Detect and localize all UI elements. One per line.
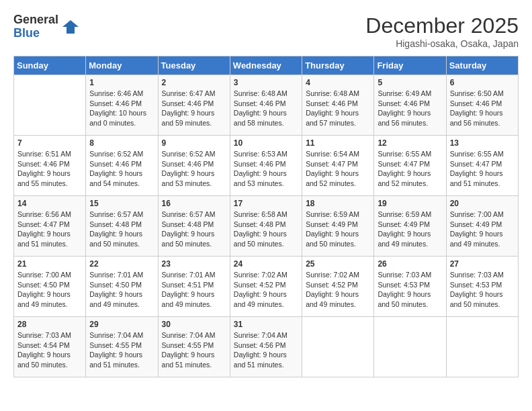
day-info: Sunrise: 7:00 AMSunset: 4:50 PMDaylight:…	[17, 270, 82, 310]
svg-marker-0	[62, 20, 79, 34]
calendar-cell: 14Sunrise: 6:56 AMSunset: 4:47 PMDayligh…	[14, 196, 86, 257]
calendar-cell: 21Sunrise: 7:00 AMSunset: 4:50 PMDayligh…	[14, 257, 86, 317]
day-info: Sunrise: 6:59 AMSunset: 4:49 PMDaylight:…	[378, 210, 442, 249]
calendar-cell: 3Sunrise: 6:48 AMSunset: 4:46 PMDaylight…	[230, 75, 302, 136]
day-info: Sunrise: 6:58 AMSunset: 4:48 PMDaylight:…	[234, 210, 298, 249]
day-number: 23	[162, 259, 226, 269]
day-number: 7	[17, 138, 82, 148]
day-info: Sunrise: 7:03 AMSunset: 4:53 PMDaylight:…	[378, 270, 442, 310]
logo-blue: Blue	[13, 27, 58, 40]
header-row: SundayMondayTuesdayWednesdayThursdayFrid…	[14, 56, 519, 75]
calendar-cell: 29Sunrise: 7:04 AMSunset: 4:55 PMDayligh…	[86, 317, 158, 377]
header-thursday: Thursday	[302, 56, 374, 75]
day-info: Sunrise: 7:04 AMSunset: 4:56 PMDaylight:…	[234, 330, 298, 370]
day-number: 8	[89, 138, 154, 148]
title-block: December 2025 Higashi-osaka, Osaka, Japa…	[365, 13, 519, 49]
day-info: Sunrise: 6:49 AMSunset: 4:46 PMDaylight:…	[378, 89, 442, 128]
logo-general: General	[13, 13, 58, 27]
day-number: 17	[234, 199, 298, 208]
day-info: Sunrise: 6:51 AMSunset: 4:46 PMDaylight:…	[17, 149, 82, 189]
calendar-cell: 9Sunrise: 6:52 AMSunset: 4:46 PMDaylight…	[158, 136, 230, 196]
calendar-cell: 2Sunrise: 6:47 AMSunset: 4:46 PMDaylight…	[158, 75, 230, 136]
calendar-cell	[302, 317, 374, 377]
calendar-cell: 7Sunrise: 6:51 AMSunset: 4:46 PMDaylight…	[14, 136, 86, 196]
calendar-cell	[446, 317, 518, 377]
calendar-cell: 23Sunrise: 7:01 AMSunset: 4:51 PMDayligh…	[158, 257, 230, 317]
day-number: 9	[162, 138, 226, 148]
day-info: Sunrise: 7:02 AMSunset: 4:52 PMDaylight:…	[306, 270, 370, 310]
week-row-5: 28Sunrise: 7:03 AMSunset: 4:54 PMDayligh…	[14, 317, 519, 377]
calendar-cell: 24Sunrise: 7:02 AMSunset: 4:52 PMDayligh…	[230, 257, 302, 317]
calendar-cell: 6Sunrise: 6:50 AMSunset: 4:46 PMDaylight…	[446, 75, 518, 136]
day-number: 3	[234, 78, 298, 87]
header-saturday: Saturday	[446, 56, 518, 75]
day-info: Sunrise: 7:04 AMSunset: 4:55 PMDaylight:…	[162, 330, 226, 370]
calendar-cell: 11Sunrise: 6:54 AMSunset: 4:47 PMDayligh…	[302, 136, 374, 196]
day-number: 29	[89, 320, 154, 329]
day-info: Sunrise: 6:52 AMSunset: 4:46 PMDaylight:…	[89, 149, 154, 189]
day-number: 12	[378, 138, 442, 148]
day-number: 30	[162, 320, 226, 329]
day-info: Sunrise: 7:03 AMSunset: 4:53 PMDaylight:…	[450, 270, 515, 310]
logo: General Blue	[13, 13, 80, 40]
day-info: Sunrise: 6:53 AMSunset: 4:46 PMDaylight:…	[234, 149, 298, 189]
day-info: Sunrise: 7:01 AMSunset: 4:50 PMDaylight:…	[89, 270, 154, 310]
day-number: 25	[306, 259, 370, 269]
day-info: Sunrise: 6:50 AMSunset: 4:46 PMDaylight:…	[450, 89, 515, 128]
calendar-cell: 5Sunrise: 6:49 AMSunset: 4:46 PMDaylight…	[374, 75, 446, 136]
day-number: 16	[162, 199, 226, 208]
calendar-cell: 4Sunrise: 6:48 AMSunset: 4:46 PMDaylight…	[302, 75, 374, 136]
calendar-cell: 13Sunrise: 6:55 AMSunset: 4:47 PMDayligh…	[446, 136, 518, 196]
calendar-cell: 26Sunrise: 7:03 AMSunset: 4:53 PMDayligh…	[374, 257, 446, 317]
calendar-cell: 17Sunrise: 6:58 AMSunset: 4:48 PMDayligh…	[230, 196, 302, 257]
day-number: 31	[234, 320, 298, 329]
calendar-cell: 30Sunrise: 7:04 AMSunset: 4:55 PMDayligh…	[158, 317, 230, 377]
calendar-cell	[374, 317, 446, 377]
day-info: Sunrise: 6:46 AMSunset: 4:46 PMDaylight:…	[89, 89, 154, 128]
day-info: Sunrise: 6:55 AMSunset: 4:47 PMDaylight:…	[450, 149, 515, 189]
calendar-table: SundayMondayTuesdayWednesdayThursdayFrid…	[13, 56, 519, 377]
day-number: 26	[378, 259, 442, 269]
day-number: 19	[378, 199, 442, 208]
day-number: 5	[378, 78, 442, 87]
week-row-1: 1Sunrise: 6:46 AMSunset: 4:46 PMDaylight…	[14, 75, 519, 136]
day-info: Sunrise: 6:48 AMSunset: 4:46 PMDaylight:…	[306, 89, 370, 128]
logo-icon	[61, 17, 80, 36]
day-info: Sunrise: 6:59 AMSunset: 4:49 PMDaylight:…	[306, 210, 370, 249]
day-number: 27	[450, 259, 515, 269]
calendar-cell: 22Sunrise: 7:01 AMSunset: 4:50 PMDayligh…	[86, 257, 158, 317]
header-sunday: Sunday	[14, 56, 86, 75]
day-number: 24	[234, 259, 298, 269]
calendar-cell: 28Sunrise: 7:03 AMSunset: 4:54 PMDayligh…	[14, 317, 86, 377]
day-number: 15	[89, 199, 154, 208]
week-row-3: 14Sunrise: 6:56 AMSunset: 4:47 PMDayligh…	[14, 196, 519, 257]
day-info: Sunrise: 6:54 AMSunset: 4:47 PMDaylight:…	[306, 149, 370, 189]
calendar-cell: 8Sunrise: 6:52 AMSunset: 4:46 PMDaylight…	[86, 136, 158, 196]
day-info: Sunrise: 6:47 AMSunset: 4:46 PMDaylight:…	[162, 89, 226, 128]
calendar-cell: 20Sunrise: 7:00 AMSunset: 4:49 PMDayligh…	[446, 196, 518, 257]
day-info: Sunrise: 6:55 AMSunset: 4:47 PMDaylight:…	[378, 149, 442, 189]
day-number: 18	[306, 199, 370, 208]
calendar-cell: 18Sunrise: 6:59 AMSunset: 4:49 PMDayligh…	[302, 196, 374, 257]
page-header: General Blue December 2025 Higashi-osaka…	[13, 13, 519, 49]
calendar-cell: 1Sunrise: 6:46 AMSunset: 4:46 PMDaylight…	[86, 75, 158, 136]
day-number: 28	[17, 320, 82, 329]
day-number: 14	[17, 199, 82, 208]
week-row-4: 21Sunrise: 7:00 AMSunset: 4:50 PMDayligh…	[14, 257, 519, 317]
header-tuesday: Tuesday	[158, 56, 230, 75]
day-number: 20	[450, 199, 515, 208]
day-number: 1	[89, 78, 154, 87]
header-wednesday: Wednesday	[230, 56, 302, 75]
month-title: December 2025	[365, 13, 519, 38]
day-info: Sunrise: 6:52 AMSunset: 4:46 PMDaylight:…	[162, 149, 226, 189]
calendar-cell: 25Sunrise: 7:02 AMSunset: 4:52 PMDayligh…	[302, 257, 374, 317]
calendar-cell: 31Sunrise: 7:04 AMSunset: 4:56 PMDayligh…	[230, 317, 302, 377]
day-info: Sunrise: 6:56 AMSunset: 4:47 PMDaylight:…	[17, 210, 82, 249]
week-row-2: 7Sunrise: 6:51 AMSunset: 4:46 PMDaylight…	[14, 136, 519, 196]
day-number: 2	[162, 78, 226, 87]
day-number: 4	[306, 78, 370, 87]
calendar-cell: 10Sunrise: 6:53 AMSunset: 4:46 PMDayligh…	[230, 136, 302, 196]
day-info: Sunrise: 6:57 AMSunset: 4:48 PMDaylight:…	[89, 210, 154, 249]
day-info: Sunrise: 6:57 AMSunset: 4:48 PMDaylight:…	[162, 210, 226, 249]
calendar-cell: 19Sunrise: 6:59 AMSunset: 4:49 PMDayligh…	[374, 196, 446, 257]
